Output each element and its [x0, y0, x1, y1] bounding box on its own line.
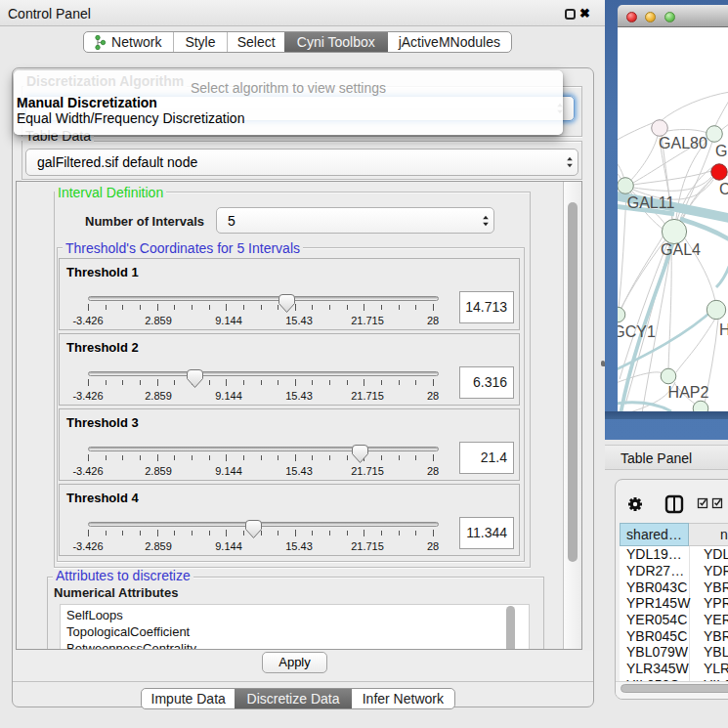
svg-text:GAL80: GAL80	[659, 135, 707, 151]
svg-text:GAL11: GAL11	[627, 194, 675, 211]
svg-text:G.: G.	[715, 143, 728, 159]
svg-text:C: C	[719, 181, 728, 197]
svg-text:GCY1: GCY1	[618, 323, 656, 340]
svg-text:GAL4: GAL4	[661, 241, 701, 258]
svg-text:H: H	[719, 321, 728, 338]
svg-text:HAP2: HAP2	[668, 384, 709, 401]
